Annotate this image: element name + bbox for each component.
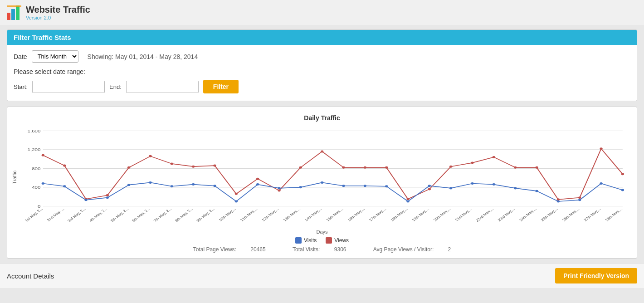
app-logo-icon — [7, 5, 21, 20]
chart-container: Traffic 04008001,2001,6001st May, 2...2n… — [12, 127, 632, 228]
svg-point-46 — [127, 166, 130, 169]
svg-point-76 — [171, 185, 173, 187]
svg-point-92 — [514, 187, 517, 189]
svg-text:1,600: 1,600 — [27, 129, 40, 133]
svg-point-79 — [235, 200, 238, 202]
filter-button[interactable]: Filter — [203, 80, 239, 93]
select-range-label: Please select date range: — [14, 68, 630, 75]
main-content: Filter Traffic Stats Date This Month Sho… — [0, 25, 644, 263]
svg-point-75 — [149, 181, 151, 184]
legend-visits: Visits — [295, 237, 317, 244]
svg-text:1,200: 1,200 — [27, 147, 40, 152]
svg-point-64 — [514, 166, 517, 169]
svg-point-59 — [406, 198, 409, 200]
svg-text:8th May, 2...: 8th May, 2... — [174, 207, 194, 223]
filter-panel-header: Filter Traffic Stats — [7, 30, 637, 45]
svg-text:17th May,...: 17th May,... — [368, 207, 387, 222]
total-visits-stat: Total Visits: 9306 — [286, 246, 354, 253]
avg-stat: Avg Page Views / Visitor: 2 — [367, 246, 457, 253]
print-button[interactable]: Print Friendly Version — [555, 268, 637, 283]
svg-text:23rd May,...: 23rd May,... — [497, 207, 516, 222]
svg-point-93 — [535, 190, 538, 192]
svg-text:3rd May, 2...: 3rd May, 2... — [66, 207, 87, 223]
svg-text:10th May,...: 10th May,... — [218, 207, 237, 222]
svg-text:15th May,...: 15th May,... — [325, 207, 344, 222]
svg-point-82 — [299, 186, 302, 188]
svg-text:25th May,...: 25th May,... — [540, 207, 559, 222]
footer-bar: Account Details Print Friendly Version — [0, 263, 644, 288]
svg-point-56 — [342, 166, 345, 169]
svg-text:20th May,...: 20th May,... — [432, 207, 451, 222]
svg-text:12th May,...: 12th May,... — [261, 207, 280, 222]
svg-point-95 — [578, 199, 581, 201]
svg-point-87 — [406, 200, 409, 202]
svg-text:800: 800 — [32, 166, 41, 171]
svg-point-57 — [364, 166, 366, 169]
chart-title: Daily Traffic — [12, 114, 632, 122]
views-color-swatch — [326, 237, 332, 244]
svg-point-84 — [342, 185, 345, 187]
svg-rect-3 — [7, 5, 21, 7]
svg-rect-1 — [11, 9, 15, 20]
svg-rect-0 — [7, 13, 10, 20]
svg-text:24th May,...: 24th May,... — [518, 207, 537, 222]
visits-color-swatch — [295, 237, 302, 244]
end-input[interactable] — [126, 81, 199, 93]
svg-point-55 — [321, 150, 323, 152]
total-page-views-stat: Total Page Views: 20465 — [187, 246, 273, 253]
svg-point-65 — [535, 166, 538, 169]
svg-point-94 — [557, 200, 560, 202]
svg-point-85 — [364, 185, 366, 187]
svg-point-88 — [428, 185, 431, 187]
svg-text:1st May, 2...: 1st May, 2... — [24, 207, 44, 223]
date-select[interactable]: This Month — [32, 50, 78, 63]
account-details-label: Account Details — [7, 272, 54, 280]
svg-text:28th May,...: 28th May,... — [604, 207, 623, 222]
svg-text:21st May,...: 21st May,... — [454, 207, 473, 222]
svg-point-60 — [428, 188, 431, 190]
svg-point-42 — [42, 154, 44, 156]
app-title-group: Website Traffic Version 2.0 — [26, 5, 90, 20]
legend-views: Views — [326, 237, 349, 244]
app-version: Version 2.0 — [26, 15, 90, 20]
svg-point-81 — [278, 187, 280, 189]
app-title: Website Traffic — [26, 5, 90, 15]
svg-text:7th May, 2...: 7th May, 2... — [152, 207, 172, 223]
svg-text:27th May,...: 27th May,... — [583, 207, 602, 222]
x-axis-label: Days — [12, 229, 632, 235]
svg-point-58 — [385, 166, 388, 169]
svg-point-78 — [213, 185, 216, 187]
svg-point-61 — [449, 166, 452, 168]
start-label: Start: — [14, 83, 28, 90]
svg-text:14th May,...: 14th May,... — [303, 207, 322, 222]
svg-point-52 — [256, 178, 259, 180]
start-input[interactable] — [32, 81, 105, 93]
svg-point-67 — [578, 196, 581, 199]
svg-point-54 — [299, 166, 302, 169]
y-axis-label: Traffic — [12, 127, 17, 228]
filter-row-inputs: Start: End: Filter — [14, 80, 630, 93]
date-label: Date — [14, 53, 27, 60]
svg-point-83 — [321, 181, 323, 184]
chart-panel: Daily Traffic Traffic 04008001,2001,6001… — [7, 107, 637, 259]
svg-text:400: 400 — [32, 185, 41, 190]
svg-point-74 — [127, 184, 130, 186]
svg-point-43 — [63, 165, 66, 167]
svg-point-69 — [621, 173, 624, 175]
svg-text:13th May,...: 13th May,... — [282, 207, 301, 222]
svg-text:5th May, 2...: 5th May, 2... — [109, 207, 129, 223]
svg-point-77 — [192, 183, 195, 186]
svg-point-70 — [42, 182, 44, 185]
svg-text:9th May, 2...: 9th May, 2... — [195, 207, 215, 223]
svg-point-51 — [235, 193, 238, 195]
chart-svg: 04008001,2001,6001st May, 2...2nd May, .… — [19, 127, 632, 227]
svg-point-90 — [471, 182, 473, 185]
svg-text:11th May,...: 11th May,... — [239, 207, 258, 222]
svg-point-50 — [213, 165, 216, 167]
svg-rect-2 — [16, 5, 20, 20]
svg-point-80 — [256, 183, 259, 186]
app-header: Website Traffic Version 2.0 — [0, 0, 644, 25]
svg-point-97 — [621, 189, 624, 191]
showing-text: Showing: May 01, 2014 - May 28, 2014 — [88, 53, 198, 60]
svg-point-62 — [471, 161, 473, 164]
